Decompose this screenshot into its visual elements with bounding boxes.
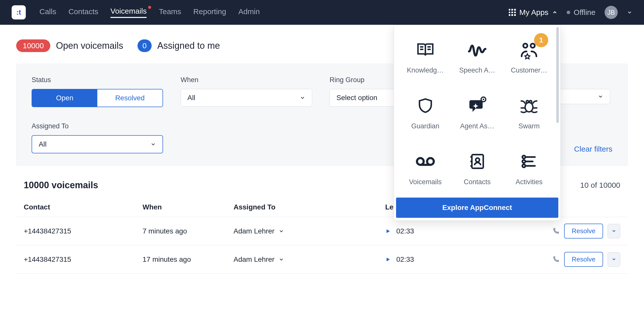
app-contacts[interactable]: Contacts [452, 143, 502, 193]
chevron-down-icon [279, 257, 284, 262]
user-avatar[interactable]: JB [605, 6, 618, 19]
cell-length: 02:33 [385, 227, 527, 235]
app-activities[interactable]: Activities [504, 143, 554, 193]
svg-point-15 [476, 158, 479, 162]
cell-contact: +14438427315 [24, 255, 143, 264]
status-segmented-control: Open Resolved [32, 89, 163, 107]
app-swarm[interactable]: Swarm [504, 87, 554, 137]
status-resolved-button[interactable]: Resolved [97, 89, 163, 107]
chevron-down-icon [598, 94, 603, 99]
chevron-up-icon [552, 10, 558, 15]
cell-when: 17 minutes ago [143, 255, 234, 264]
cell-assigned[interactable]: Adam Lehrer [234, 255, 385, 264]
phone-icon[interactable] [552, 256, 560, 263]
app-label: Knowledg… [407, 66, 444, 74]
filter-when-label: When [181, 76, 315, 84]
play-icon[interactable] [385, 257, 391, 262]
when-select-value: All [188, 94, 195, 102]
nav-link-reporting[interactable]: Reporting [193, 7, 226, 17]
svg-point-7 [483, 99, 484, 100]
app-label: Contacts [464, 178, 491, 186]
ring-group-value: Select option [336, 94, 377, 102]
app-voicemails[interactable]: Voicemails [401, 143, 450, 193]
resolve-button[interactable]: Resolve [564, 224, 603, 239]
app-guardian[interactable]: Guardian [401, 87, 450, 137]
nav-link-voicemails[interactable]: Voicemails [110, 7, 147, 18]
svg-point-23 [522, 164, 525, 168]
scrollbar[interactable] [556, 27, 559, 123]
app-customer[interactable]: 1 Customer… [504, 32, 554, 81]
svg-marker-25 [387, 229, 390, 233]
my-apps-popover: Knowledg… Speech A… 1 Customer… Guardian [394, 25, 561, 221]
waveform-icon [466, 39, 488, 61]
app-label: Voicemails [409, 178, 442, 186]
chevron-down-icon [279, 228, 284, 234]
explore-appconnect-button[interactable]: Explore AppConnect [396, 198, 558, 218]
chevron-down-icon [150, 141, 156, 147]
open-voicemails-group[interactable]: 10000 Open voicemails [16, 39, 123, 52]
svg-point-4 [523, 44, 527, 48]
cell-when: 7 minutes ago [143, 227, 234, 235]
app-label: Speech A… [459, 66, 495, 74]
notification-dot-icon [148, 6, 151, 9]
presence-status[interactable]: Offline [567, 8, 595, 17]
chevron-down-icon [300, 95, 305, 101]
app-agent-assist[interactable]: Agent As… [452, 87, 502, 137]
open-voicemails-label: Open voicemails [56, 40, 123, 51]
table-row: +14438427315 7 minutes ago Adam Lehrer 0… [16, 217, 628, 245]
sparkle-chat-icon [466, 94, 488, 117]
app-logo[interactable]: :t [12, 5, 26, 19]
col-when: When [143, 203, 234, 211]
clear-filters-link[interactable]: Clear filters [574, 145, 612, 153]
app-label: Agent As… [460, 122, 494, 130]
length-value: 02:33 [396, 227, 414, 235]
pager-label: 10 of 10000 [580, 181, 620, 189]
app-label: Swarm [518, 122, 540, 130]
row-menu-button[interactable] [608, 224, 620, 239]
my-apps-toggle[interactable]: My Apps [509, 8, 558, 17]
apps-grid: Knowledg… Speech A… 1 Customer… Guardian [394, 25, 560, 198]
sliders-icon [518, 150, 540, 173]
phone-icon[interactable] [552, 227, 560, 235]
row-actions: Resolve [527, 252, 620, 267]
nav-link-voicemails-label: Voicemails [110, 7, 147, 15]
contact-book-icon [466, 150, 488, 173]
nav-link-teams[interactable]: Teams [159, 7, 181, 17]
nav-link-contacts[interactable]: Contacts [68, 7, 98, 17]
svg-point-10 [530, 101, 532, 103]
assignee-name: Adam Lehrer [234, 227, 274, 235]
resolve-button[interactable]: Resolve [564, 252, 603, 267]
nav-left: :t Calls Contacts Voicemails Teams Repor… [12, 5, 260, 19]
assignee-name: Adam Lehrer [234, 255, 274, 264]
play-icon[interactable] [385, 228, 391, 234]
assigned-to-me-label: Assigned to me [157, 40, 220, 51]
when-select[interactable]: All [181, 89, 312, 107]
assigned-count-pill: 0 [137, 39, 152, 52]
apps-grid-icon [509, 9, 516, 16]
filter-status-label: Status [32, 76, 166, 84]
nav-link-admin[interactable]: Admin [238, 7, 260, 17]
svg-point-8 [525, 103, 533, 112]
cell-contact: +14438427315 [24, 227, 143, 235]
chevron-down-icon[interactable] [627, 10, 632, 15]
cell-assigned[interactable]: Adam Lehrer [234, 227, 385, 235]
nav-link-calls[interactable]: Calls [39, 7, 56, 17]
app-knowledge[interactable]: Knowledg… [401, 32, 450, 81]
filter-status: Status Open Resolved [32, 76, 166, 107]
chevron-down-icon [611, 228, 616, 233]
row-menu-button[interactable] [608, 252, 620, 267]
book-icon [414, 39, 436, 61]
status-open-button[interactable]: Open [32, 89, 97, 107]
shield-icon [414, 94, 436, 117]
assigned-to-select[interactable]: All [32, 135, 163, 153]
svg-point-21 [522, 160, 525, 163]
app-label: Activities [516, 178, 543, 186]
col-contact: Contact [24, 203, 143, 211]
assigned-to-me-group[interactable]: 0 Assigned to me [137, 39, 220, 52]
status-dot-icon [567, 11, 570, 14]
app-speech[interactable]: Speech A… [452, 32, 502, 81]
table-title: 10000 voicemails [24, 180, 98, 191]
chevron-down-icon [611, 257, 616, 262]
bug-icon [518, 94, 540, 117]
svg-point-9 [526, 101, 529, 103]
